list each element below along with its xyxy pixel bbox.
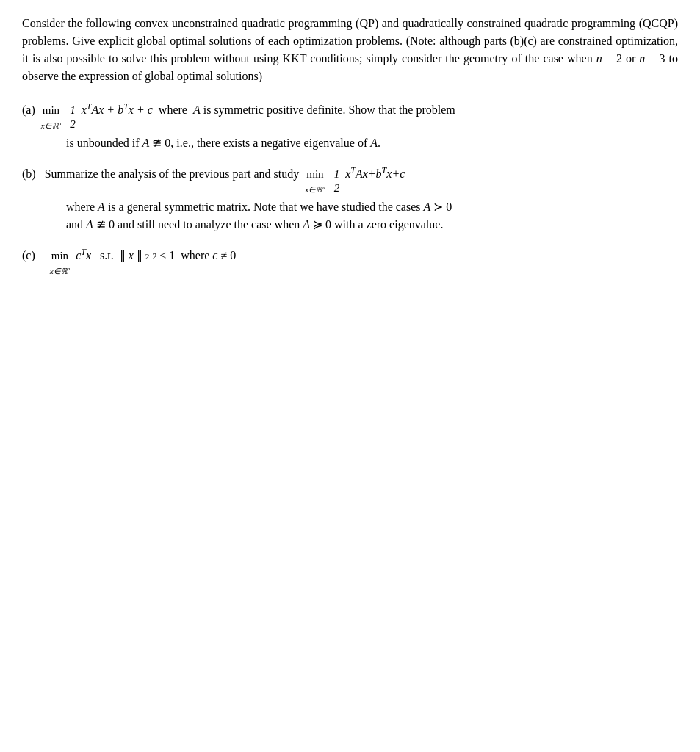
page-content: Consider the following convex unconstrai… [22,15,678,277]
fraction-half-b: 1 2 [333,167,342,195]
part-b-min: min x∈ℝn [305,166,325,195]
part-a-min: min x∈ℝn [41,102,61,131]
fraction-half-a: 1 2 [68,104,77,131]
part-c-min: min x∈ℝn [50,247,70,277]
min-operator-c: min [51,247,68,264]
part-a: (a) min x∈ℝn 1 2 xTAx + bTx + c where A … [22,100,678,152]
part-c-label: (c) [22,247,35,264]
formula-c: cTx [76,245,91,264]
part-b-details: where A is a general symmetric matrix. N… [66,198,678,234]
min-operator-a: min [43,102,59,119]
min-subscript-c: x∈ℝn [50,264,70,277]
part-c-line1: (c) min x∈ℝn cTx s.t. ‖x‖22 ≤ 1 where c … [22,245,678,277]
formula-a: xTAx + bTx + c [82,100,153,119]
part-b-line2a: where A is a general symmetric matrix. N… [66,198,678,216]
min-operator-b: min [306,166,323,183]
part-b-line1: (b) Summarize the analysis of the previo… [22,164,678,195]
part-a-line1: (a) min x∈ℝn 1 2 xTAx + bTx + c where A … [22,100,678,131]
min-subscript-b: x∈ℝn [305,183,325,195]
part-b-label: (b) [22,165,36,183]
min-subscript-a: x∈ℝn [41,119,61,131]
part-b-line2b: and A ≇ 0 and still need to analyze the … [66,216,678,234]
part-a-label: (a) [22,101,35,119]
part-c: (c) min x∈ℝn cTx s.t. ‖x‖22 ≤ 1 where c … [22,245,678,277]
part-b: (b) Summarize the analysis of the previo… [22,164,678,234]
formula-b: xTAx+bTx+c [345,164,405,183]
part-a-line2: is unbounded if A ≇ 0, i.e., there exist… [66,134,678,152]
intro-paragraph: Consider the following convex unconstrai… [22,15,678,85]
